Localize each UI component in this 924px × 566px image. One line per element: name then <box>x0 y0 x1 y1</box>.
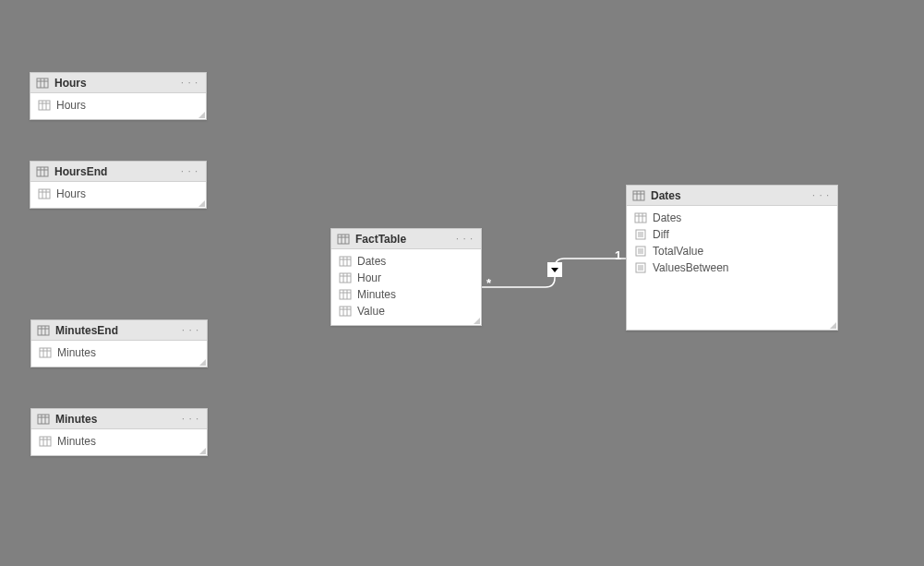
table-dates[interactable]: Dates · · · Dates Diff TotalValue Values… <box>626 185 838 331</box>
table-title: Dates <box>651 189 805 202</box>
field-row[interactable]: Hours <box>30 97 206 114</box>
table-title: Minutes <box>55 413 174 426</box>
table-minutes-end[interactable]: MinutesEnd · · · Minutes <box>30 319 208 367</box>
field-name: Minutes <box>57 346 96 359</box>
column-icon <box>339 288 352 301</box>
field-name: Value <box>357 305 385 318</box>
field-row[interactable]: Value <box>331 303 481 319</box>
table-icon <box>337 233 350 246</box>
cardinality-many: * <box>486 276 491 290</box>
table-title: FactTable <box>355 233 449 246</box>
svg-rect-0 <box>37 78 48 88</box>
field-row[interactable]: Dates <box>627 210 837 226</box>
table-icon <box>37 413 50 426</box>
field-row[interactable]: Hours <box>30 186 206 202</box>
field-row[interactable]: Minutes <box>31 433 207 450</box>
svg-rect-20 <box>40 348 51 357</box>
measure-icon <box>634 261 647 274</box>
field-name: Hours <box>56 187 86 200</box>
table-icon <box>36 77 49 90</box>
field-row[interactable]: Hour <box>331 270 481 286</box>
table-title: HoursEnd <box>54 165 174 178</box>
field-name: Dates <box>653 211 681 224</box>
table-header[interactable]: Hours · · · <box>30 73 206 93</box>
svg-rect-52 <box>633 191 644 200</box>
table-more-button[interactable]: · · · <box>180 414 201 424</box>
measure-icon <box>634 228 647 241</box>
field-row[interactable]: Dates <box>331 253 481 270</box>
column-icon <box>339 305 352 318</box>
table-header[interactable]: HoursEnd · · · <box>30 162 206 182</box>
resize-handle[interactable] <box>829 321 836 329</box>
table-body: Dates Hour Minutes Value <box>331 249 481 325</box>
table-more-button[interactable]: · · · <box>179 166 200 176</box>
table-header[interactable]: Minutes · · · <box>31 409 207 429</box>
table-header[interactable]: MinutesEnd · · · <box>31 320 207 341</box>
field-name: TotalValue <box>653 245 703 258</box>
table-more-button[interactable]: · · · <box>179 78 200 88</box>
svg-rect-56 <box>635 213 646 223</box>
svg-rect-16 <box>38 326 49 335</box>
table-fact-table[interactable]: FactTable · · · Dates Hour Minutes Value <box>330 228 482 326</box>
field-row[interactable]: Minutes <box>331 286 481 303</box>
column-icon <box>39 346 52 359</box>
svg-rect-28 <box>40 437 51 446</box>
field-name: Minutes <box>357 288 396 301</box>
filter-direction-icon[interactable] <box>547 262 562 277</box>
svg-rect-24 <box>38 415 49 424</box>
table-hours-end[interactable]: HoursEnd · · · Hours <box>30 161 207 209</box>
resize-handle[interactable] <box>473 317 480 324</box>
svg-rect-44 <box>340 290 351 299</box>
field-name: Hour <box>357 271 381 284</box>
svg-rect-40 <box>340 273 351 283</box>
table-body: Hours <box>30 182 206 208</box>
cardinality-one: 1 <box>615 248 621 262</box>
table-header[interactable]: Dates · · · <box>627 186 837 206</box>
svg-rect-12 <box>39 189 50 199</box>
field-name: Minutes <box>57 435 96 448</box>
table-body: Minutes <box>31 429 207 455</box>
svg-rect-48 <box>340 307 351 316</box>
column-icon <box>38 99 51 112</box>
svg-rect-8 <box>37 167 48 176</box>
table-body: Hours <box>30 93 206 119</box>
field-row[interactable]: ValuesBetween <box>627 259 837 276</box>
column-icon <box>339 255 352 268</box>
resize-handle[interactable] <box>198 358 206 366</box>
table-more-button[interactable]: · · · <box>454 234 475 244</box>
table-icon <box>37 324 50 337</box>
svg-rect-32 <box>338 235 349 244</box>
table-icon <box>36 165 49 178</box>
table-title: Hours <box>54 77 174 90</box>
resize-handle[interactable] <box>198 199 205 207</box>
resize-handle[interactable] <box>198 447 206 454</box>
resize-handle[interactable] <box>198 111 205 118</box>
field-name: ValuesBetween <box>653 261 729 274</box>
column-icon <box>38 187 51 200</box>
column-icon <box>634 211 647 224</box>
table-minutes[interactable]: Minutes · · · Minutes <box>30 408 208 456</box>
field-row[interactable]: Minutes <box>31 344 207 361</box>
table-title: MinutesEnd <box>55 324 174 337</box>
field-name: Diff <box>653 228 669 241</box>
svg-rect-4 <box>39 101 50 110</box>
table-header[interactable]: FactTable · · · <box>331 229 481 249</box>
table-more-button[interactable]: · · · <box>180 325 201 335</box>
column-icon <box>339 271 352 284</box>
svg-rect-36 <box>340 257 351 266</box>
field-name: Hours <box>56 99 86 112</box>
field-row[interactable]: Diff <box>627 226 837 243</box>
table-body: Dates Diff TotalValue ValuesBetween <box>627 206 837 282</box>
table-body: Minutes <box>31 341 207 367</box>
field-name: Dates <box>357 255 386 268</box>
column-icon <box>39 435 52 448</box>
table-icon <box>632 189 645 202</box>
field-row[interactable]: TotalValue <box>627 243 837 259</box>
table-more-button[interactable]: · · · <box>810 190 832 200</box>
measure-icon <box>634 245 647 258</box>
table-hours[interactable]: Hours · · · Hours <box>30 72 207 120</box>
